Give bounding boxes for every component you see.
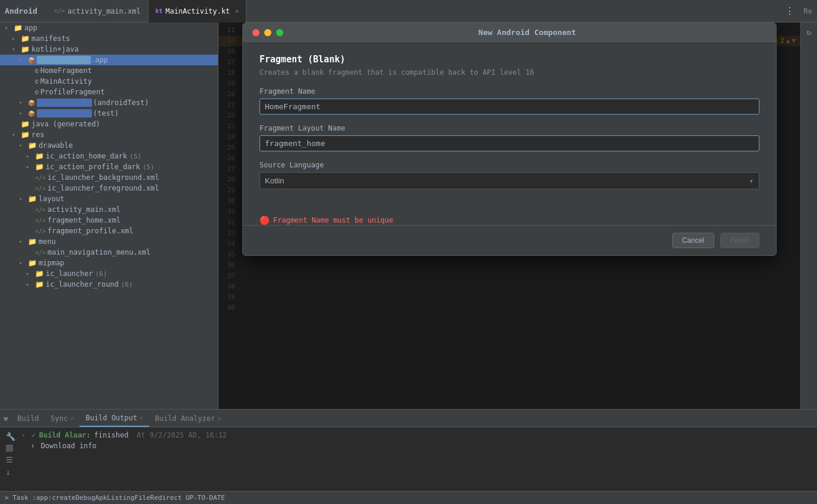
dialog-body: Fragment (Blank) Creates a blank fragmen…: [243, 42, 776, 211]
sidebar-item-package-main[interactable]: 📦 .app: [0, 55, 218, 65]
build-tool-icon[interactable]: ⚒: [4, 414, 8, 423]
fragment-layout-label: Fragment Layout Name: [259, 124, 759, 132]
rebuild-label[interactable]: Re: [804, 7, 812, 15]
xml-icon: </>: [54, 8, 65, 14]
download-info-text: Download info: [41, 442, 97, 450]
tab-close-icon[interactable]: ✕: [217, 415, 221, 421]
tree-label: ic_action_profile_dark: [46, 163, 140, 171]
filter-icon[interactable]: ☰: [6, 455, 15, 464]
chevron-icon: [19, 142, 26, 148]
badge: (6): [95, 270, 107, 278]
tree-label-highlighted: [37, 99, 92, 107]
sidebar-item-ic-launcher-fg[interactable]: </> ic_launcher_foreground.xml: [0, 183, 218, 194]
chevron-icon: [12, 132, 19, 138]
tree-label: activity_main.xml: [48, 205, 121, 214]
sidebar-item-android-test[interactable]: 📦 (androidTest): [0, 97, 218, 108]
folder-icon: 📁: [28, 141, 37, 150]
rotate-icon[interactable]: ↻: [805, 26, 812, 38]
tab-build-output[interactable]: Build Output ✕: [80, 410, 149, 427]
tree-label: java (generated): [31, 120, 100, 128]
tree-label: ProfileFragment: [40, 88, 104, 96]
kt-icon: kt: [156, 8, 163, 14]
tab-build-analyzer[interactable]: Build Analyzer ✕: [149, 410, 227, 427]
sidebar-item-drawable[interactable]: 📁 drawable: [0, 140, 218, 151]
bottom-panel: ⚒ Build Sync ✕ Build Output ✕ Build Anal…: [0, 409, 817, 504]
tab-mainactivity[interactable]: kt MainActivity.kt ✕: [148, 0, 246, 23]
sidebar-item-profile-fragment[interactable]: © ProfileFragment: [0, 87, 218, 97]
tab-close-icon[interactable]: ✕: [70, 415, 74, 421]
build-line-1: ▾ ✓ Build Aluar: finished At 9/2/2025 AD…: [21, 430, 812, 440]
sidebar-item-manifests[interactable]: 📁 manifests: [0, 33, 218, 44]
tree-label: kotlin+java: [31, 45, 78, 53]
tab-close-icon[interactable]: ✕: [140, 414, 143, 421]
sidebar-item-ic-action-home-dark[interactable]: 📁 ic_action_home_dark (5): [0, 151, 218, 161]
sidebar-item-ic-launcher-round[interactable]: 📁 ic_launcher_round (6): [0, 279, 218, 290]
top-bar: Android </> activity_main.xml kt MainAct…: [0, 0, 817, 23]
sidebar-item-ic-launcher-bg[interactable]: </> ic_launcher_background.xml: [0, 172, 218, 183]
folder-icon: 📁: [21, 131, 30, 139]
tab-activity-main[interactable]: </> activity_main.xml: [47, 0, 148, 23]
sidebar-item-mipmap[interactable]: 📁 mipmap: [0, 258, 218, 268]
traffic-light-red[interactable]: [252, 29, 259, 36]
sidebar-item-app[interactable]: 📁 app: [0, 23, 218, 33]
fragment-layout-input[interactable]: [259, 135, 759, 151]
sidebar-item-activity-main-xml[interactable]: </> activity_main.xml: [0, 204, 218, 215]
expand-tree-icon[interactable]: ▾: [21, 432, 26, 439]
badge: (5): [142, 163, 154, 171]
sidebar-item-ic-launcher[interactable]: 📁 ic_launcher (6): [0, 268, 218, 279]
tree-label: manifests: [31, 34, 70, 43]
tab-build[interactable]: Build: [11, 410, 45, 427]
sidebar-item-home-fragment[interactable]: © HomeFragment: [0, 65, 218, 76]
tree-label: fragment_profile.xml: [48, 227, 134, 235]
sidebar-item-res[interactable]: 📁 res: [0, 129, 218, 140]
source-language-select[interactable]: Kotlin Java: [259, 172, 759, 189]
error-icon: 🔴: [259, 215, 270, 225]
chevron-icon: [19, 260, 26, 266]
finish-button[interactable]: Finish: [720, 233, 759, 248]
sidebar-item-test[interactable]: 📦 (test): [0, 108, 218, 119]
dialog-title: New Android Component: [288, 28, 767, 37]
component-description: Creates a blank fragment that is compati…: [259, 68, 759, 77]
scroll-icon[interactable]: ↓: [6, 468, 15, 477]
editor-tabs: </> activity_main.xml kt MainActivity.kt…: [47, 0, 781, 23]
chevron-icon: [19, 57, 26, 63]
folder-icon: 📁: [21, 45, 30, 53]
tab-sync[interactable]: Sync ✕: [45, 410, 80, 427]
tree-label: MainActivity: [40, 77, 92, 85]
wrench-icon[interactable]: 🔧: [6, 432, 15, 441]
stop-icon[interactable]: [6, 445, 13, 452]
sidebar-item-kotlin-java[interactable]: 📁 kotlin+java: [0, 44, 218, 55]
build-status-text: finished: [94, 431, 129, 439]
package-icon: 📦: [28, 100, 35, 106]
fragment-name-input[interactable]: [259, 99, 759, 115]
tree-label: ic_launcher_foreground.xml: [48, 184, 159, 192]
more-button[interactable]: ⋮: [781, 4, 798, 18]
sidebar-item-layout[interactable]: 📁 layout: [0, 194, 218, 204]
cancel-button[interactable]: Cancel: [672, 233, 714, 248]
tab-label: Sync: [50, 414, 68, 423]
status-task-text: > Task :app:createDebugApkListingFileRed…: [5, 494, 812, 502]
sidebar-item-main-activity[interactable]: © MainActivity: [0, 76, 218, 87]
sidebar-item-fragment-home-xml[interactable]: </> fragment_home.xml: [0, 215, 218, 226]
xml-icon: </>: [35, 228, 46, 234]
tab-label: Build: [17, 414, 39, 423]
android-title: Android: [5, 7, 37, 15]
tree-label: res: [31, 131, 45, 139]
tree-label: layout: [39, 195, 64, 203]
error-container: 🔴 Fragment Name must be unique: [243, 211, 776, 225]
sidebar-item-java-generated[interactable]: 📁 java (generated): [0, 119, 218, 129]
folder-icon: 📁: [35, 270, 44, 278]
chevron-icon: [19, 196, 26, 202]
main-layout: 📁 app 📁 manifests 📁 kotlin+java 📦 .app ©…: [0, 23, 817, 409]
tab-close-icon[interactable]: ✕: [235, 8, 239, 14]
tree-label: menu: [39, 237, 56, 246]
sidebar-item-fragment-profile-xml[interactable]: </> fragment_profile.xml: [0, 226, 218, 236]
traffic-light-green[interactable]: [276, 29, 283, 36]
right-sidebar: ↻: [800, 23, 817, 409]
bottom-content: 🔧 ☰ ↓ ▾ ✓ Build Aluar: finished At 9/2/2…: [0, 427, 817, 491]
traffic-light-yellow[interactable]: [264, 29, 271, 36]
source-language-label: Source Language: [259, 161, 759, 169]
sidebar-item-menu[interactable]: 📁 menu: [0, 236, 218, 247]
sidebar-item-nav-menu-xml[interactable]: </> main_navigation_menu.xml: [0, 247, 218, 258]
sidebar-item-ic-action-profile-dark[interactable]: 📁 ic_action_profile_dark (5): [0, 161, 218, 172]
